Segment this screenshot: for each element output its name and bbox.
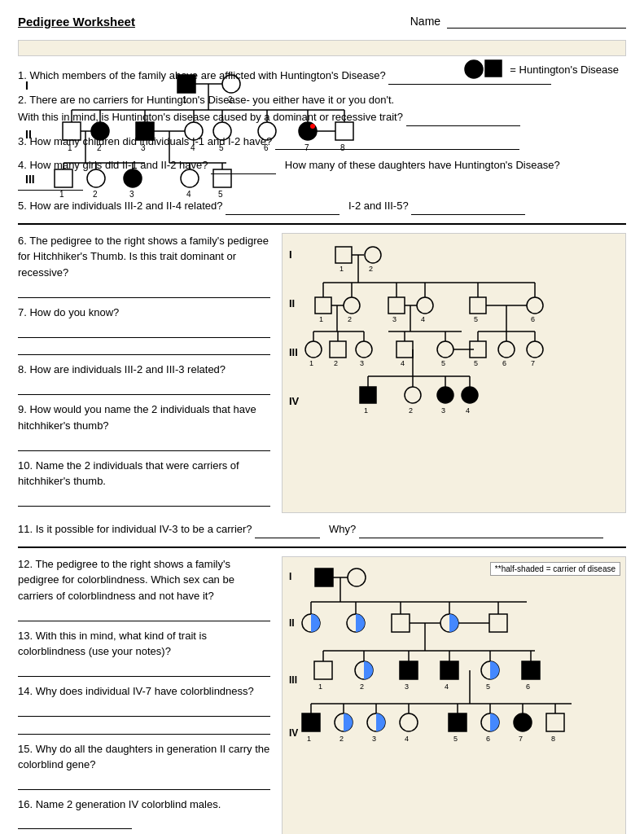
svg-text:1: 1 (364, 406, 368, 415)
svg-rect-78 (388, 297, 405, 314)
svg-point-6 (222, 75, 240, 93)
svg-text:2: 2 (228, 95, 233, 104)
svg-text:1: 1 (182, 95, 187, 104)
legend-text: = Huntington's Disease (510, 64, 619, 76)
svg-text:I: I (289, 571, 291, 582)
svg-text:4: 4 (186, 190, 191, 199)
svg-text:5: 5 (474, 359, 478, 367)
svg-point-142 (348, 568, 366, 586)
svg-text:7: 7 (519, 735, 523, 743)
svg-text:2: 2 (348, 315, 352, 323)
svg-text:5: 5 (486, 683, 490, 691)
svg-text:2: 2 (409, 406, 413, 415)
q11: 11. Is it possible for individual IV-3 t… (18, 521, 626, 538)
svg-rect-160 (314, 661, 332, 679)
svg-text:III: III (289, 346, 298, 358)
svg-text:4: 4 (401, 359, 405, 367)
svg-text:1: 1 (307, 735, 311, 743)
q6: 6. The pedigree to the right shows a fam… (18, 233, 270, 298)
svg-text:III: III (25, 173, 35, 186)
svg-text:3: 3 (392, 315, 396, 323)
svg-text:6: 6 (502, 359, 506, 367)
svg-text:5: 5 (218, 190, 223, 199)
svg-rect-125 (360, 387, 376, 403)
svg-point-74 (344, 297, 360, 314)
svg-text:I: I (25, 79, 28, 92)
svg-text:4: 4 (421, 315, 425, 323)
q10-answer (18, 490, 270, 507)
q12-answer (18, 604, 270, 621)
svg-point-44 (87, 169, 105, 187)
svg-text:1: 1 (309, 359, 313, 367)
page-title: Pedigree Worksheet (18, 15, 135, 29)
svg-point-52 (181, 169, 199, 187)
section-12-16: 12. The pedigree to the right shows a fa… (18, 556, 626, 835)
svg-text:1: 1 (318, 683, 322, 691)
svg-text:4: 4 (405, 735, 409, 743)
svg-rect-35 (335, 122, 353, 140)
svg-text:2: 2 (93, 190, 98, 199)
svg-text:II: II (25, 128, 32, 141)
svg-point-117 (498, 341, 515, 358)
svg-text:2: 2 (360, 683, 364, 691)
svg-point-189 (400, 713, 418, 731)
pedigree-1: I II III 1 2 1 2 3 4 (18, 40, 626, 56)
svg-text:6: 6 (526, 683, 530, 691)
svg-point-100 (356, 341, 372, 358)
svg-text:8: 8 (551, 735, 555, 743)
svg-rect-169 (440, 661, 458, 679)
svg-rect-3 (177, 75, 195, 93)
svg-text:3: 3 (129, 190, 134, 199)
q7-answer-1 (18, 321, 270, 338)
svg-point-198 (514, 713, 532, 731)
q6-answer (18, 281, 270, 298)
svg-text:3: 3 (141, 143, 146, 152)
pedigree-3-container: **half-shaded = carrier of disease I II … (282, 556, 626, 835)
pedigree-2-container: I II III IV 1 2 1 2 (282, 233, 626, 514)
svg-text:3: 3 (360, 359, 364, 367)
svg-point-21 (185, 122, 203, 140)
svg-text:1: 1 (319, 315, 323, 323)
divider-2 (18, 546, 626, 548)
svg-text:3: 3 (405, 683, 409, 691)
q14-answer-1 (18, 700, 270, 718)
svg-text:III: III (289, 674, 297, 686)
svg-point-28 (258, 122, 276, 140)
svg-rect-58 (485, 60, 502, 77)
svg-text:IV: IV (289, 727, 298, 739)
svg-text:3: 3 (372, 735, 376, 743)
svg-point-94 (305, 341, 322, 358)
svg-point-47 (124, 169, 142, 187)
svg-text:6: 6 (486, 735, 490, 743)
name-underline (447, 15, 626, 29)
svg-text:5: 5 (441, 359, 445, 367)
svg-point-57 (465, 60, 483, 78)
svg-point-24 (213, 122, 231, 140)
svg-text:5: 5 (453, 735, 458, 743)
svg-point-66 (365, 247, 381, 263)
svg-text:6: 6 (531, 315, 535, 323)
q9-answer (18, 434, 270, 451)
svg-point-128 (405, 387, 421, 403)
q14: 14. Why does individual IV-7 have colorb… (18, 683, 270, 735)
svg-point-14 (91, 122, 109, 140)
pedigree-2-svg: I II III IV 1 2 1 2 (283, 234, 625, 429)
q12: 12. The pedigree to the right shows a fa… (18, 556, 270, 621)
svg-point-81 (417, 297, 433, 314)
q8: 8. How are individuals III-2 and III-3 r… (18, 362, 270, 395)
divider-1 (18, 223, 626, 225)
carrier-note: **half-shaded = carrier of disease (490, 562, 620, 576)
svg-text:8: 8 (340, 143, 345, 152)
q10: 10. Name the 2 individuals that were car… (18, 458, 270, 507)
svg-rect-97 (330, 341, 346, 358)
pedigree-1-svg: I II III 1 2 1 2 3 4 (19, 41, 475, 204)
svg-text:3: 3 (441, 406, 445, 415)
svg-point-131 (437, 387, 453, 403)
q7-answer-2 (18, 339, 270, 356)
svg-rect-71 (315, 297, 331, 314)
svg-text:I: I (289, 248, 292, 261)
q16-answer (18, 813, 132, 830)
pedigree-3-svg: I II III IV (283, 557, 625, 785)
q9: 9. How would you name the 2 individuals … (18, 402, 270, 451)
q13: 13. With this in mind, what kind of trai… (18, 628, 270, 678)
